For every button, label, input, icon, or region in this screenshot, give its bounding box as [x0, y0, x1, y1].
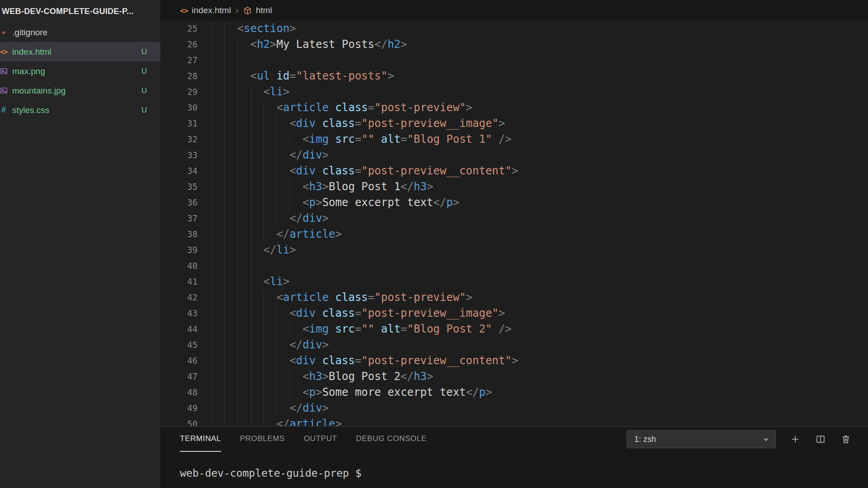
image-file-icon	[0, 87, 9, 94]
code-line-44[interactable]: 44 <img src="" alt="Blog Post 2" />	[161, 321, 868, 337]
file-item-index-html[interactable]: <> index.html U	[0, 42, 160, 61]
code-line-content: </div>	[211, 211, 329, 226]
code-line-43[interactable]: 43 <div class="post-preview__image">	[161, 305, 868, 321]
tab-output[interactable]: OUTPUT	[304, 427, 337, 452]
indent-guide	[250, 131, 251, 147]
line-number: 46	[161, 353, 198, 369]
file-name: index.html	[12, 47, 52, 57]
line-number: 30	[161, 100, 198, 116]
indent-guide	[276, 400, 277, 416]
line-number: 38	[161, 226, 198, 242]
tab-debug-console[interactable]: DEBUG CONSOLE	[356, 427, 427, 452]
indent-guide	[250, 369, 251, 385]
indent-guide	[250, 100, 251, 116]
split-terminal-button[interactable]	[815, 433, 826, 445]
split-panel-icon	[815, 434, 826, 445]
indent-guide	[264, 321, 264, 337]
code-line-34[interactable]: 34 <div class="post-preview__content">	[161, 163, 868, 179]
code-line-content: <div class="post-preview__image">	[211, 116, 505, 131]
line-number: 36	[161, 195, 198, 211]
code-line-26[interactable]: 26 <h2>My Latest Posts</h2>	[161, 37, 868, 52]
indent-guide	[211, 400, 212, 416]
indent-guide	[250, 385, 251, 400]
indent-guide	[250, 211, 251, 226]
code-line-28[interactable]: 28 <ul id="latest-posts">	[161, 68, 868, 84]
tab-problems[interactable]: PROBLEMS	[240, 427, 285, 452]
indent-guide	[211, 100, 212, 116]
code-line-42[interactable]: 42 <article class="post-preview">	[161, 290, 868, 305]
indent-guide	[264, 290, 264, 305]
code-line-27[interactable]: 27	[161, 52, 868, 68]
code-line-48[interactable]: 48 <p>Some more excerpt text</p>	[161, 385, 868, 400]
file-item-styles-css[interactable]: # styles.css U	[0, 100, 160, 120]
code-line-50[interactable]: 50 </article>	[161, 416, 868, 426]
indent-guide	[250, 242, 251, 258]
code-line-32[interactable]: 32 <img src="" alt="Blog Post 1" />	[161, 131, 868, 147]
code-line-41[interactable]: 41 <li>	[161, 274, 868, 290]
indent-guide	[224, 226, 225, 242]
code-line-29[interactable]: 29 <li>	[161, 84, 868, 100]
line-number: 27	[161, 52, 198, 68]
indent-guide	[250, 353, 251, 369]
line-number: 40	[161, 258, 198, 274]
code-line-content: <div class="post-preview__image">	[211, 305, 505, 321]
indent-guide	[264, 305, 264, 321]
indent-guide	[237, 179, 238, 195]
git-status-badge: U	[142, 67, 147, 76]
code-editor[interactable]: 25 <section>26 <h2>My Latest Posts</h2>2…	[161, 21, 868, 426]
indent-guide	[276, 321, 277, 337]
gitignore-icon: ◆	[0, 29, 9, 35]
code-line-content: <h2>My Latest Posts</h2>	[211, 37, 407, 52]
indent-guide	[237, 400, 238, 416]
code-line-39[interactable]: 39 </li>	[161, 242, 868, 258]
breadcrumb-bar: <> index.html › html	[161, 0, 868, 21]
kill-terminal-button[interactable]	[840, 433, 852, 445]
tab-terminal[interactable]: TERMINAL	[180, 427, 221, 452]
file-item-gitignore[interactable]: ◆ .gitignore	[0, 23, 160, 42]
symbol-cube-icon	[243, 6, 252, 15]
code-line-37[interactable]: 37 </div>	[161, 211, 868, 226]
indent-guide	[276, 195, 277, 211]
indent-guide	[211, 21, 212, 37]
code-line-36[interactable]: 36 <p>Some excerpt text</p>	[161, 195, 868, 211]
indent-guide	[237, 84, 238, 100]
line-number: 41	[161, 274, 198, 290]
code-line-30[interactable]: 30 <article class="post-preview">	[161, 100, 868, 116]
terminal-shell-dropdown[interactable]: 1: zsh	[627, 430, 776, 448]
terminal-content[interactable]: web-dev-complete-guide-prep $	[161, 467, 868, 479]
file-item-mountains-jpg[interactable]: mountains.jpg U	[0, 81, 160, 100]
chevron-down-icon	[762, 436, 770, 443]
indent-guide	[211, 195, 212, 211]
indent-guide	[237, 290, 238, 305]
code-line-49[interactable]: 49 </div>	[161, 400, 868, 416]
project-folder-header[interactable]: WEB-DEV-COMPLETE-GUIDE-P...	[0, 0, 160, 23]
indent-guide	[289, 179, 290, 195]
code-line-35[interactable]: 35 <h3>Blog Post 1</h3>	[161, 179, 868, 195]
indent-guide	[237, 211, 238, 226]
code-line-45[interactable]: 45 </div>	[161, 337, 868, 353]
indent-guide	[211, 226, 212, 242]
indent-guide	[211, 274, 212, 290]
code-line-content: </article>	[211, 226, 342, 242]
indent-guide	[250, 400, 251, 416]
code-line-38[interactable]: 38 </article>	[161, 226, 868, 242]
indent-guide	[224, 258, 225, 274]
code-line-33[interactable]: 33 </div>	[161, 147, 868, 163]
code-line-46[interactable]: 46 <div class="post-preview__content">	[161, 353, 868, 369]
indent-guide	[224, 274, 225, 290]
indent-guide	[211, 385, 212, 400]
breadcrumb-file[interactable]: index.html	[192, 5, 231, 15]
new-terminal-button[interactable]	[789, 433, 801, 445]
code-line-47[interactable]: 47 <h3>Blog Post 2</h3>	[161, 369, 868, 385]
code-line-31[interactable]: 31 <div class="post-preview__image">	[161, 116, 868, 131]
html-file-icon: <>	[0, 48, 9, 56]
line-number: 49	[161, 400, 198, 416]
code-line-25[interactable]: 25 <section>	[161, 21, 868, 37]
line-number: 28	[161, 68, 198, 84]
indent-guide	[224, 242, 225, 258]
indent-guide	[276, 131, 277, 147]
breadcrumb-symbol[interactable]: html	[256, 5, 272, 15]
code-line-40[interactable]: 40	[161, 258, 868, 274]
line-number: 37	[161, 211, 198, 226]
file-item-max-png[interactable]: max.png U	[0, 61, 160, 81]
